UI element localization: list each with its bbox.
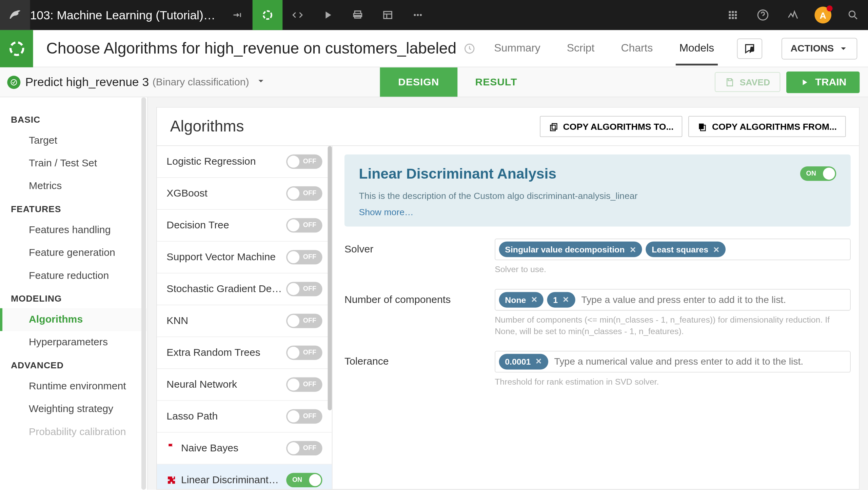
remove-tag-icon[interactable]: ✕	[531, 295, 538, 304]
algo-row[interactable]: Logistic RegressionOFF	[157, 146, 332, 178]
show-more-link[interactable]: Show more…	[359, 207, 836, 217]
activity-icon[interactable]	[778, 0, 808, 30]
train-button[interactable]: TRAIN	[786, 71, 860, 93]
tag-text-input[interactable]	[579, 292, 846, 307]
remove-tag-icon[interactable]: ✕	[630, 245, 636, 254]
algo-toggle[interactable]: OFF	[286, 441, 322, 455]
help-text: Number of components (<= min(n_classes -…	[495, 314, 851, 338]
nav-weighting[interactable]: Weighting strategy	[0, 398, 147, 421]
nav-algorithms[interactable]: Algorithms	[0, 308, 147, 331]
refresh-icon[interactable]	[463, 42, 475, 54]
tab-charts[interactable]: Charts	[617, 31, 656, 65]
layout-icon[interactable]	[373, 0, 403, 30]
remove-tag-icon[interactable]: ✕	[535, 357, 542, 366]
nav-hyperparameters[interactable]: Hyperparameters	[0, 331, 147, 354]
nav-metrics[interactable]: Metrics	[0, 175, 147, 198]
apps-grid-icon[interactable]	[718, 0, 748, 30]
play-icon[interactable]	[313, 0, 343, 30]
nav-section-advanced: ADVANCED	[0, 354, 147, 375]
nav-feature-generation[interactable]: Feature generation	[0, 242, 147, 264]
algo-toggle[interactable]: OFF	[286, 155, 322, 169]
nav-probability[interactable]: Probability calibration	[0, 421, 147, 443]
remove-tag-icon[interactable]: ✕	[713, 245, 720, 254]
algo-toggle[interactable]: OFF	[286, 218, 322, 233]
print-icon[interactable]	[343, 0, 373, 30]
svg-point-4	[420, 14, 422, 16]
chevron-down-icon[interactable]	[256, 76, 266, 88]
algo-name: Support Vector Machine	[166, 251, 276, 263]
help-icon[interactable]	[748, 0, 778, 30]
algo-row[interactable]: Stochastic Gradient De…OFF	[157, 273, 332, 305]
algo-name: XGBoost	[166, 187, 208, 199]
algo-toggle[interactable]: OFF	[286, 314, 322, 328]
tab-script[interactable]: Script	[563, 31, 598, 65]
svg-rect-19	[550, 125, 555, 130]
scrollbar[interactable]	[328, 146, 332, 410]
more-icon[interactable]	[403, 0, 433, 30]
copy-from-button[interactable]: COPY ALGORITHMS FROM...	[689, 116, 846, 137]
tag[interactable]: Singular value decomposition✕	[499, 242, 642, 257]
algo-row[interactable]: Lasso PathOFF	[157, 401, 332, 433]
tag[interactable]: 0.0001✕	[499, 354, 548, 369]
tab-design[interactable]: DESIGN	[380, 67, 457, 97]
algo-toggle[interactable]: OFF	[286, 409, 322, 424]
saved-label: SAVED	[740, 77, 770, 87]
algo-toggle[interactable]: ON	[286, 473, 322, 487]
topbar: 103: Machine Learning (Tutorial) f… A	[0, 0, 868, 30]
svg-point-0	[263, 11, 272, 19]
circle-icon[interactable]	[253, 0, 283, 30]
saved-indicator: SAVED	[715, 72, 781, 92]
nav-train-test[interactable]: Train / Test Set	[0, 152, 147, 175]
code-icon[interactable]	[282, 0, 313, 30]
n-components-input[interactable]: None✕ 1✕	[495, 289, 851, 310]
tab-result[interactable]: RESULT	[457, 67, 535, 97]
algo-toggle[interactable]: OFF	[286, 282, 322, 297]
tag[interactable]: Least squares✕	[646, 242, 726, 257]
help-text: Solver to use.	[495, 264, 851, 275]
algo-toggle[interactable]: OFF	[286, 250, 322, 265]
tag[interactable]: None✕	[499, 292, 544, 307]
nav-feature-reduction[interactable]: Feature reduction	[0, 264, 147, 287]
solver-input[interactable]: Singular value decomposition✕ Least squa…	[495, 239, 851, 260]
algo-toggle[interactable]: OFF	[286, 186, 322, 201]
recipe-logo-icon[interactable]	[0, 30, 33, 67]
nav-runtime[interactable]: Runtime environment	[0, 375, 147, 397]
algo-row[interactable]: XGBoostOFF	[157, 178, 332, 210]
svg-point-16	[10, 42, 23, 55]
algo-row[interactable]: Decision TreeOFF	[157, 210, 332, 242]
algo-name: Neural Network	[166, 379, 237, 390]
tab-models[interactable]: Models	[676, 31, 718, 65]
remove-tag-icon[interactable]: ✕	[563, 295, 569, 304]
copy-to-button[interactable]: COPY ALGORITHMS TO...	[539, 116, 683, 137]
algo-row[interactable]: Extra Random TreesOFF	[157, 337, 332, 369]
avatar[interactable]: A	[808, 0, 838, 30]
param-label: Number of components	[344, 289, 495, 338]
algo-row[interactable]: Neural NetworkOFF	[157, 369, 332, 401]
nav-section-modeling: MODELING	[0, 287, 147, 308]
app-logo-icon[interactable]	[0, 0, 30, 30]
algorithm-detail: Linear Discriminant Analysis ON This is …	[332, 146, 859, 489]
tolerance-input[interactable]: 0.0001✕	[495, 351, 851, 372]
algo-name: Lasso Path	[166, 410, 218, 422]
help-text: Threshold for rank estimation in SVD sol…	[495, 376, 851, 388]
nav-features-handling[interactable]: Features handling	[0, 219, 147, 241]
algo-row[interactable]: Naive BayesOFF	[157, 433, 332, 465]
algo-row[interactable]: KNNOFF	[157, 305, 332, 337]
left-nav: BASIC Target Train / Test Set Metrics FE…	[0, 97, 148, 490]
actions-button[interactable]: ACTIONS	[782, 38, 857, 59]
svg-rect-9	[732, 14, 734, 16]
tab-summary[interactable]: Summary	[491, 31, 544, 65]
algo-row[interactable]: Linear Discriminant…ON	[157, 465, 332, 489]
algo-toggle[interactable]: OFF	[286, 377, 322, 392]
model-name[interactable]: Predict high_revenue 3	[25, 75, 149, 89]
project-title[interactable]: 103: Machine Learning (Tutorial) f…	[30, 8, 222, 22]
detail-toggle[interactable]: ON	[800, 166, 836, 181]
flow-icon[interactable]	[222, 0, 253, 30]
nav-target[interactable]: Target	[0, 129, 147, 152]
algo-toggle[interactable]: OFF	[286, 345, 322, 360]
algo-row[interactable]: Support Vector MachineOFF	[157, 242, 332, 273]
tag-text-input[interactable]	[552, 354, 846, 369]
chat-button[interactable]	[737, 38, 762, 59]
tag[interactable]: 1✕	[547, 292, 575, 307]
search-icon[interactable]	[838, 0, 868, 30]
